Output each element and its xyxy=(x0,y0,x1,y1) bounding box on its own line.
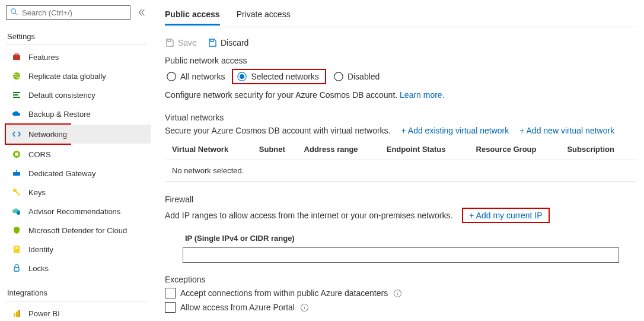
collapse-sidebar-button[interactable] xyxy=(134,5,149,20)
learn-more-link[interactable]: Learn more. xyxy=(400,90,444,100)
main-content: Public access Private access Save Discar… xyxy=(153,0,644,321)
svg-rect-10 xyxy=(13,172,20,176)
svg-point-22 xyxy=(334,72,343,81)
sidebar-item-powerbi[interactable]: Power BI xyxy=(6,304,153,321)
info-icon[interactable]: i xyxy=(394,290,401,297)
checkbox-azure-datacenters[interactable] xyxy=(165,288,176,298)
table-row: No network selected. xyxy=(165,160,637,182)
sidebar-item-identity[interactable]: Identity xyxy=(6,240,153,259)
col-endpoint: Endpoint Status xyxy=(383,140,473,160)
sidebar-item-label: CORS xyxy=(28,150,51,159)
radio-selected-networks[interactable]: Selected networks xyxy=(232,69,326,84)
pna-title: Public network access xyxy=(165,56,637,65)
cloud-icon xyxy=(12,109,21,119)
sidebar-item-consistency[interactable]: Default consistency xyxy=(6,85,153,104)
tab-private-access[interactable]: Private access xyxy=(237,4,291,26)
col-range: Address range xyxy=(301,140,383,160)
col-sub: Subscription xyxy=(563,140,637,160)
svg-point-12 xyxy=(17,211,20,215)
radio-disabled[interactable]: Disabled xyxy=(332,70,384,83)
search-box[interactable] xyxy=(6,5,130,20)
vnet-description: Secure your Azure Cosmos DB account with… xyxy=(165,126,391,135)
save-icon xyxy=(208,38,217,47)
info-icon[interactable]: i xyxy=(301,304,308,312)
gateway-icon xyxy=(12,169,21,178)
col-subnet: Subnet xyxy=(256,140,301,160)
pna-description: Configure network security for your Azur… xyxy=(165,90,637,100)
radio-all-networks[interactable]: All networks xyxy=(165,70,229,83)
sidebar-item-defender[interactable]: Microsoft Defender for Cloud xyxy=(6,221,153,240)
svg-rect-15 xyxy=(14,268,19,271)
lock-icon xyxy=(12,263,21,273)
pna-radio-group: All networks Selected networks Disabled xyxy=(165,69,637,84)
svg-point-19 xyxy=(167,72,176,81)
discard-button[interactable]: Discard xyxy=(208,38,248,47)
sidebar-item-locks[interactable]: Locks xyxy=(6,259,153,278)
svg-rect-3 xyxy=(15,54,18,56)
sidebar-item-label: Microsoft Defender for Cloud xyxy=(28,226,127,235)
add-my-current-ip-link[interactable]: + Add my current IP xyxy=(462,208,549,223)
checkbox-label: Accept connections from within public Az… xyxy=(180,288,388,298)
key-icon xyxy=(12,187,21,197)
sidebar-item-label: Replicate data globally xyxy=(28,72,106,81)
sidebar-item-advisor[interactable]: Advisor Recommendations xyxy=(6,202,153,221)
divider xyxy=(6,45,147,45)
identity-icon xyxy=(12,244,21,254)
sidebar-item-label: Networking xyxy=(28,130,67,139)
save-button[interactable]: Save xyxy=(165,38,197,47)
sidebar-item-label: Default consistency xyxy=(28,91,95,100)
search-input[interactable] xyxy=(22,8,126,17)
advisor-icon xyxy=(12,206,21,216)
sidebar-item-label: Features xyxy=(28,53,59,62)
col-rg: Resource Group xyxy=(473,140,564,160)
code-icon xyxy=(12,129,21,139)
sidebar-item-label: Identity xyxy=(28,245,53,254)
sidebar-item-label: Backup & Restore xyxy=(28,110,91,119)
sidebar-item-cors[interactable]: CORS xyxy=(6,145,153,164)
checkbox-azure-portal[interactable] xyxy=(165,302,176,313)
shield-icon xyxy=(12,225,21,235)
briefcase-icon xyxy=(12,52,21,62)
svg-point-9 xyxy=(15,152,18,156)
cors-icon xyxy=(12,150,21,159)
ip-range-input[interactable] xyxy=(183,247,619,263)
divider xyxy=(6,301,147,301)
access-tabs: Public access Private access xyxy=(165,4,637,26)
sidebar-item-backup[interactable]: Backup & Restore xyxy=(6,104,153,123)
vnet-title: Virtual networks xyxy=(165,113,637,122)
svg-line-1 xyxy=(15,12,18,15)
toolbar: Save Discard xyxy=(165,38,637,47)
svg-point-14 xyxy=(15,247,18,249)
sidebar-item-features[interactable]: Features xyxy=(6,47,153,66)
vnet-table: Virtual Network Subnet Address range End… xyxy=(165,140,637,182)
checkbox-label: Allow access from Azure Portal xyxy=(180,303,295,312)
firewall-description: Add IP ranges to allow access from the i… xyxy=(165,211,452,220)
vnet-empty: No network selected. xyxy=(165,160,637,182)
svg-point-21 xyxy=(240,74,244,79)
sidebar-item-label: Dedicated Gateway xyxy=(28,169,95,178)
firewall-title: Firewall xyxy=(165,195,637,204)
sidebar-item-networking[interactable]: Networking xyxy=(6,125,151,144)
svg-rect-17 xyxy=(16,312,18,317)
settings-sidebar: Settings Features Replicate data globall… xyxy=(0,0,153,321)
sidebar-item-label: Locks xyxy=(28,264,49,273)
svg-point-4 xyxy=(13,72,20,80)
sidebar-item-keys[interactable]: Keys xyxy=(6,183,153,202)
add-new-vnet-link[interactable]: + Add new virtual network xyxy=(519,126,614,135)
col-vn: Virtual Network xyxy=(165,140,256,160)
divider xyxy=(165,27,637,27)
svg-rect-16 xyxy=(14,313,15,317)
svg-point-0 xyxy=(11,8,16,13)
globe-icon xyxy=(12,71,21,81)
svg-rect-18 xyxy=(18,310,20,317)
sidebar-item-replicate[interactable]: Replicate data globally xyxy=(6,66,153,85)
add-existing-vnet-link[interactable]: + Add existing virtual network xyxy=(401,126,509,135)
tab-public-access[interactable]: Public access xyxy=(165,4,220,26)
section-title-settings: Settings xyxy=(6,28,153,43)
exceptions-title: Exceptions xyxy=(165,275,637,284)
section-title-integrations: Integrations xyxy=(6,285,153,300)
ip-column-header: IP (Single IPv4 or CIDR range) xyxy=(165,230,637,247)
sidebar-item-gateway[interactable]: Dedicated Gateway xyxy=(6,164,153,183)
search-icon xyxy=(10,8,18,18)
sidebar-item-label: Power BI xyxy=(28,309,60,318)
